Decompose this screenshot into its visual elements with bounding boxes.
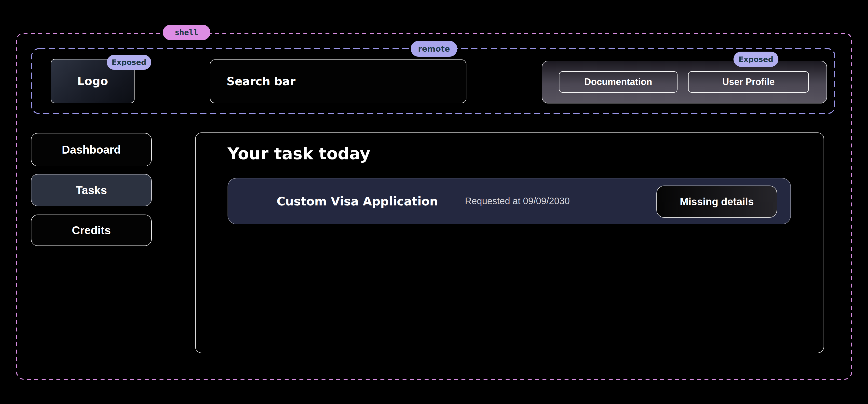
sidebar-item-tasks[interactable]: Tasks <box>31 174 152 206</box>
sidebar-item-dashboard[interactable]: Dashboard <box>31 133 152 166</box>
task-row: Custom Visa Application Requested at 09/… <box>227 178 791 224</box>
main-panel: Your task today Custom Visa Application … <box>195 133 824 353</box>
documentation-button-label: Documentation <box>584 77 652 87</box>
remote-badge-label: remote <box>418 44 450 54</box>
missing-details-button[interactable]: Missing details <box>656 185 777 218</box>
sidebar-item-credits[interactable]: Credits <box>31 214 152 246</box>
canvas: shell remote Logo Exposed Search bar Doc… <box>0 0 868 404</box>
search-bar-label: Search bar <box>226 75 296 88</box>
search-bar[interactable]: Search bar <box>210 59 466 103</box>
remote-badge: remote <box>411 41 457 57</box>
missing-details-button-label: Missing details <box>680 196 754 208</box>
sidebar-item-credits-label: Credits <box>72 224 111 237</box>
task-title: Custom Visa Application <box>277 178 438 224</box>
user-profile-button[interactable]: User Profile <box>688 71 809 93</box>
task-requested-at: Requested at 09/09/2030 <box>465 178 570 224</box>
documentation-button[interactable]: Documentation <box>559 71 678 93</box>
sidebar-item-tasks-label: Tasks <box>75 183 107 197</box>
exposed-badge-logo-label: Exposed <box>112 58 147 66</box>
logo-label: Logo <box>77 75 108 88</box>
exposed-badge-logo: Exposed <box>107 55 151 70</box>
page-title: Your task today <box>227 145 370 163</box>
exposed-badge-nav: Exposed <box>734 52 778 67</box>
shell-badge-label: shell <box>175 28 198 37</box>
shell-badge: shell <box>163 25 210 40</box>
sidebar-item-dashboard-label: Dashboard <box>62 143 121 156</box>
user-profile-button-label: User Profile <box>722 77 774 87</box>
exposed-badge-nav-label: Exposed <box>739 55 774 64</box>
